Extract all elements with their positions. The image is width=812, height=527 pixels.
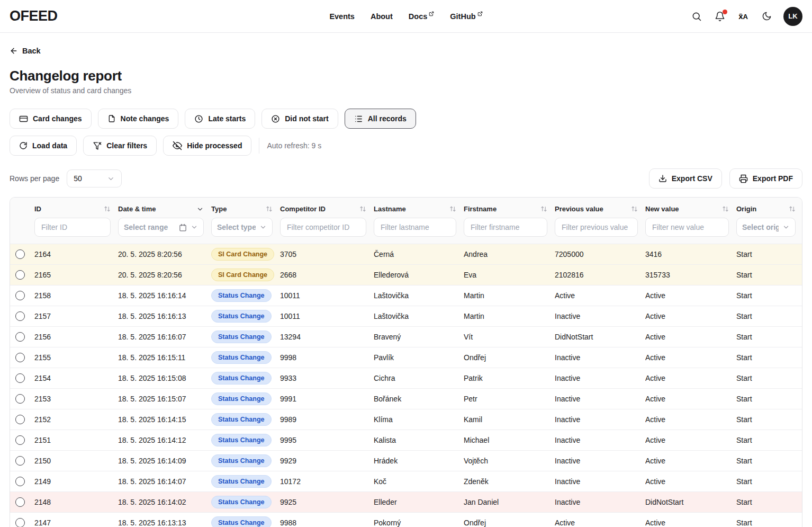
- printer-icon: [739, 174, 748, 183]
- cell-type: Status Change: [211, 368, 280, 389]
- sort-icon[interactable]: [540, 206, 547, 212]
- row-checkbox[interactable]: [15, 394, 25, 404]
- cell-id: 2156: [34, 327, 118, 347]
- chevron-down-icon[interactable]: [196, 206, 204, 213]
- filter-did-not-start-button[interactable]: Did not start: [261, 109, 338, 129]
- cell-lastname: Cichra: [374, 368, 464, 389]
- export-pdf-button[interactable]: Export PDF: [729, 168, 802, 189]
- row-checkbox[interactable]: [15, 332, 25, 342]
- rows-per-page-select[interactable]: 50: [67, 169, 122, 187]
- cell-origin: Start: [736, 347, 802, 368]
- calendar-icon: [179, 224, 187, 231]
- nav-docs[interactable]: Docs: [409, 12, 434, 21]
- notifications-button[interactable]: [714, 10, 726, 23]
- table-row: 2158 18. 5. 2025 16:16:14 Status Change …: [10, 285, 802, 306]
- type-badge: Status Change: [211, 372, 272, 385]
- row-checkbox[interactable]: [15, 353, 25, 362]
- row-checkbox[interactable]: [15, 415, 25, 424]
- row-checkbox[interactable]: [15, 311, 25, 321]
- column-header-previous-value: Previous value: [555, 198, 645, 213]
- table-row: 2152 18. 5. 2025 16:14:15 Status Change …: [10, 409, 802, 430]
- cell-competitor-id: 13294: [280, 327, 374, 347]
- refresh-icon: [19, 141, 28, 150]
- filter-previous-value-input[interactable]: [555, 218, 638, 237]
- row-checkbox[interactable]: [15, 270, 25, 280]
- cell-origin: Start: [736, 244, 802, 265]
- nav-about[interactable]: About: [371, 12, 393, 21]
- column-header-new-value: New value: [645, 198, 736, 213]
- user-avatar[interactable]: LK: [783, 7, 802, 26]
- filter-card-changes-button[interactable]: Card changes: [10, 109, 92, 129]
- column-header-lastname: Lastname: [374, 198, 464, 213]
- sort-icon[interactable]: [789, 206, 796, 212]
- origin-select[interactable]: Select origin: [736, 218, 796, 237]
- language-button[interactable]: x̄A: [737, 10, 750, 23]
- table-row: 2147 18. 5. 2025 16:13:13 Status Change …: [10, 513, 802, 527]
- cell-competitor-id: 9989: [280, 409, 374, 430]
- back-link[interactable]: Back: [10, 47, 41, 55]
- row-checkbox[interactable]: [15, 456, 25, 466]
- type-badge: Status Change: [211, 331, 272, 343]
- filter-lastname-input[interactable]: [374, 218, 456, 237]
- type-badge: Status Change: [211, 413, 272, 426]
- nav-events[interactable]: Events: [329, 12, 355, 21]
- sort-icon[interactable]: [266, 206, 273, 212]
- cell-competitor-id: 10011: [280, 285, 374, 306]
- type-badge: Status Change: [211, 434, 272, 446]
- row-checkbox[interactable]: [15, 497, 25, 507]
- nav-github[interactable]: GitHub: [450, 12, 482, 21]
- filter-all-records-button[interactable]: All records: [345, 109, 416, 129]
- cell-type: Status Change: [211, 285, 280, 306]
- cell-id: 2152: [34, 409, 118, 430]
- cell-firstname: Kamil: [464, 409, 555, 430]
- sort-icon[interactable]: [722, 206, 729, 212]
- table-body: 2164 20. 5. 2025 8:20:56 SI Card Change …: [10, 244, 802, 527]
- sort-icon[interactable]: [449, 206, 456, 212]
- cell-type: Status Change: [211, 492, 280, 513]
- sort-icon[interactable]: [631, 206, 638, 212]
- cell-datetime: 20. 5. 2025 8:20:56: [118, 265, 211, 285]
- cell-competitor-id: 9998: [280, 347, 374, 368]
- dark-mode-button[interactable]: [760, 10, 773, 23]
- cell-origin: Start: [736, 513, 802, 527]
- table-row: 2157 18. 5. 2025 16:16:13 Status Change …: [10, 306, 802, 327]
- cell-id: 2165: [34, 265, 118, 285]
- filter-firstname-input[interactable]: [464, 218, 547, 237]
- sort-icon[interactable]: [104, 206, 111, 212]
- load-data-button[interactable]: Load data: [10, 136, 77, 156]
- row-checkbox[interactable]: [15, 518, 25, 527]
- changelog-table: ID Date & time Type Competitor ID Lastna…: [10, 197, 802, 527]
- clear-filters-button[interactable]: Clear filters: [83, 136, 157, 156]
- cell-new-value: DidNotStart: [645, 492, 736, 513]
- filter-new-value-input[interactable]: [645, 218, 729, 237]
- export-csv-button[interactable]: Export CSV: [649, 168, 722, 189]
- search-button[interactable]: [690, 10, 703, 23]
- table-row: 2150 18. 5. 2025 16:14:09 Status Change …: [10, 451, 802, 471]
- cell-datetime: 18. 5. 2025 16:15:07: [118, 389, 211, 409]
- cell-id: 2155: [34, 347, 118, 368]
- cell-datetime: 18. 5. 2025 16:14:15: [118, 409, 211, 430]
- row-checkbox[interactable]: [15, 249, 25, 259]
- filter-note-changes-button[interactable]: Note changes: [98, 109, 179, 129]
- row-checkbox[interactable]: [15, 477, 25, 486]
- column-header-firstname: Firstname: [464, 198, 555, 213]
- cell-origin: Start: [736, 368, 802, 389]
- date-range-select[interactable]: Select range: [118, 218, 204, 237]
- cell-type: Status Change: [211, 471, 280, 492]
- row-checkbox[interactable]: [15, 291, 25, 300]
- cell-new-value: Active: [645, 409, 736, 430]
- sort-icon[interactable]: [359, 206, 366, 212]
- cell-type: Status Change: [211, 451, 280, 471]
- type-select[interactable]: Select type: [211, 218, 273, 237]
- row-checkbox[interactable]: [15, 435, 25, 445]
- row-checkbox[interactable]: [15, 373, 25, 383]
- filter-late-starts-button[interactable]: Late starts: [185, 109, 255, 129]
- page-subtitle: Overview of status and card changes: [10, 86, 802, 95]
- cell-competitor-id: 9929: [280, 451, 374, 471]
- filter-competitor-id-input[interactable]: [280, 218, 366, 237]
- table-controls: Rows per page 50 Export CSV Export PDF: [10, 168, 802, 189]
- filter-id-input[interactable]: [34, 218, 111, 237]
- cell-firstname: Jan Daniel: [464, 492, 555, 513]
- hide-processed-button[interactable]: Hide processed: [163, 136, 251, 156]
- cell-origin: Start: [736, 265, 802, 285]
